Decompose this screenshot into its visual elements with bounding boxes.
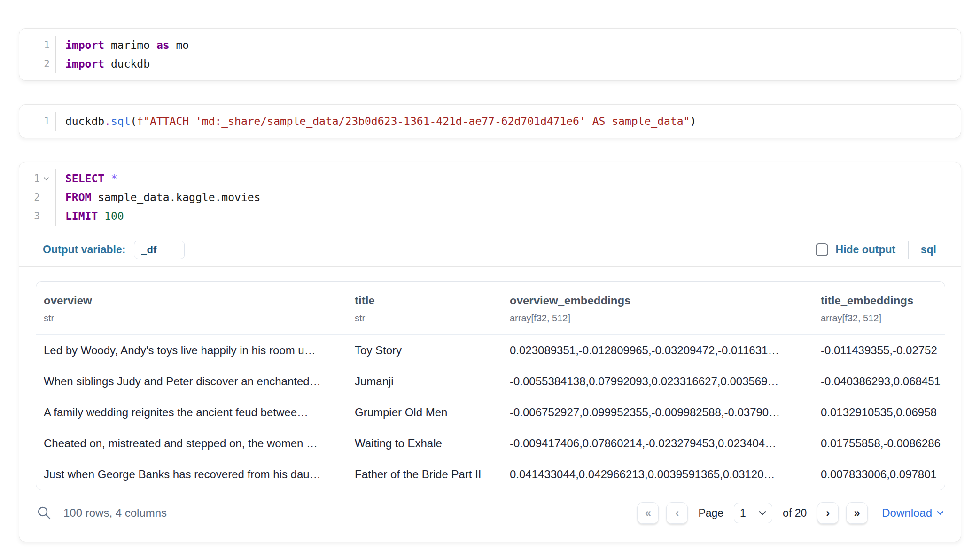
page-select[interactable]: 1 [734,503,772,523]
first-page-icon: « [645,507,651,520]
fold-chevron-icon[interactable] [43,176,50,181]
next-page-button[interactable]: › [817,502,839,524]
notebook-page: 1 2 import marimo as mo import duckdb 1 … [0,0,980,542]
hide-output-label: Hide output [836,243,896,256]
search-icon[interactable] [36,505,52,521]
table-row[interactable]: Cheated on, mistreated and stepped on, t… [36,428,945,459]
page-label: Page [698,507,723,520]
sql-cell-controls: Output variable: Hide output sql [19,233,961,266]
column-header-overview-embeddings[interactable]: overview_embeddings array[f32, 512] [502,293,813,324]
table-row[interactable]: When siblings Judy and Peter discover an… [36,366,945,397]
query-output: overview str title str overview_embeddin… [19,267,961,490]
line-number: 2 [19,54,55,73]
chevron-down-icon [759,511,766,516]
prev-page-button[interactable]: ‹ [666,502,688,524]
column-header-title[interactable]: title str [347,293,502,324]
sql-cell: 1 2 3 SELECT * FROM sample_data.kaggle.m… [19,162,961,542]
language-toggle-sql[interactable]: sql [921,243,936,256]
chevron-down-icon [937,511,944,515]
line-number: 2 [19,188,55,207]
column-header-title-embeddings[interactable]: title_embeddings array[f32, 512] [813,293,945,324]
table-header-row: overview str title str overview_embeddin… [36,282,945,334]
last-page-icon: » [854,507,860,520]
code-line: import marimo as mo [65,36,961,54]
column-header-overview[interactable]: overview str [36,293,347,324]
table-row[interactable]: Just when George Banks has recovered fro… [36,459,945,490]
download-button[interactable]: Download [882,506,944,520]
output-variable-label: Output variable: [43,243,125,256]
line-number-gutter: 1 2 3 [19,169,56,226]
divider [908,241,909,259]
hide-output-checkbox[interactable] [816,243,828,256]
code-editor-attach[interactable]: 1 duckdb.sql(f"ATTACH 'md:_share/sample_… [19,105,961,138]
first-page-button[interactable]: « [637,502,659,524]
code-line: import duckdb [65,54,961,73]
last-page-button[interactable]: » [846,502,868,524]
line-number-gutter: 1 2 [19,36,56,73]
code-editor-sql[interactable]: 1 2 3 SELECT * FROM sample_data.kaggle.m… [19,162,961,233]
dataframe-table: overview str title str overview_embeddin… [36,281,945,490]
table-row[interactable]: Led by Woody, Andy's toys live happily i… [36,334,945,366]
code-cell-imports: 1 2 import marimo as mo import duckdb [19,28,961,81]
line-number: 1 [19,112,55,131]
code-line: LIMIT 100 [65,207,961,226]
line-number: 1 [19,169,55,188]
line-number: 3 [19,207,55,226]
code-line: FROM sample_data.kaggle.movies [65,188,961,207]
code-line: SELECT * [65,169,961,188]
line-number: 1 [19,36,55,54]
table-footer: 100 rows, 4 columns « ‹ Page 1 of 20 › »… [19,490,961,542]
line-number-gutter: 1 [19,112,56,131]
prev-page-icon: ‹ [676,507,679,520]
table-row[interactable]: A family wedding reignites the ancient f… [36,397,945,428]
page-count-label: of 20 [783,507,807,520]
output-variable-input[interactable] [134,241,185,259]
code-editor-imports[interactable]: 1 2 import marimo as mo import duckdb [19,29,961,80]
code-cell-attach: 1 duckdb.sql(f"ATTACH 'md:_share/sample_… [19,104,961,138]
code-line: duckdb.sql(f"ATTACH 'md:_share/sample_da… [65,112,961,131]
next-page-icon: › [826,507,830,520]
row-count-summary: 100 rows, 4 columns [63,506,167,520]
